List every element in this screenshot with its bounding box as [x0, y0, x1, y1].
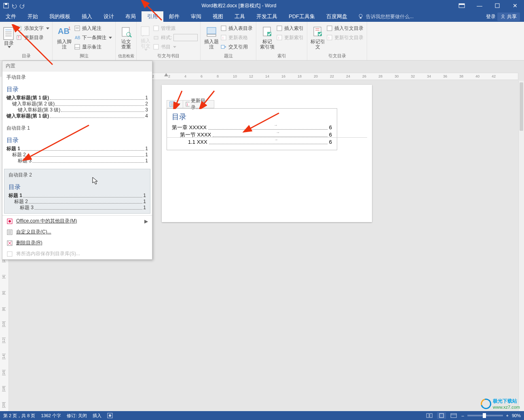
smart-lookup-button[interactable]: 论文 查重 — [118, 23, 134, 52]
insert-auth-toc-button[interactable]: 插入引文目录 — [325, 24, 364, 32]
tell-me-box[interactable]: 告诉我您想要做什么... — [353, 11, 486, 22]
update-toc-icon: ! — [16, 34, 23, 41]
vruler-tick: |6| — [2, 291, 6, 295]
document-page: ! 更新目录... 目录 第一章 XXXXX→6第一节 XXXX→61.1 XX… — [162, 85, 372, 222]
remove-toc[interactable]: 删除目录(R) — [2, 237, 152, 248]
svg-rect-6 — [360, 17, 361, 19]
toc-preview-line: 标题 11 — [6, 146, 148, 152]
undo-icon[interactable] — [11, 3, 17, 8]
toc-option-auto2[interactable]: 自动目录 2 目录 标题 11标题 21标题 31 — [4, 169, 150, 214]
mark-citation-button[interactable]: 标记引文 — [310, 23, 325, 52]
toc-preview-line: 键入章标题(第 3 级)3 — [6, 107, 148, 113]
svg-text:!: ! — [278, 36, 279, 40]
view-web-button[interactable] — [449, 412, 458, 419]
share-button[interactable]: 共享 — [497, 13, 520, 21]
tab-邮件[interactable]: 邮件 — [163, 11, 185, 22]
sources-icon — [153, 25, 159, 32]
svg-rect-44 — [318, 32, 322, 36]
ruler-tick: 36 — [443, 74, 447, 78]
toc-preview-line: 键入章标题(第 2 级)2 — [6, 101, 148, 107]
save-icon[interactable] — [3, 3, 9, 8]
zoom-handle[interactable] — [483, 413, 486, 418]
status-insert[interactable]: 插入 — [93, 413, 101, 419]
status-page[interactable]: 第 2 页，共 8 页 — [3, 413, 35, 419]
view-print-button[interactable] — [437, 412, 446, 419]
update-auth-toc-button[interactable]: ! 更新引文目录 — [325, 34, 364, 42]
insert-footnote-button[interactable]: AB1 插入脚注 — [55, 23, 73, 52]
maximize-button[interactable] — [488, 0, 506, 11]
tab-视图[interactable]: 视图 — [207, 11, 229, 22]
insert-index-button[interactable]: 插入索引 — [275, 24, 304, 32]
next-footnote-button[interactable]: AB 下一条脚注 — [73, 34, 113, 42]
group-label-toc: 目录 — [0, 52, 52, 60]
more-office-toc[interactable]: Office.com 中的其他目录(M) ▶ — [2, 216, 152, 227]
toc-option-auto1[interactable]: 自动目录 1 目录 标题 11标题 21标题 31 — [2, 122, 152, 167]
toc-preview-line: 标题 31 — [8, 205, 146, 211]
vertical-scrollbar[interactable] — [518, 81, 524, 411]
ribbon-options-icon[interactable] — [453, 0, 471, 11]
show-notes-button[interactable]: 显示备注 — [73, 43, 113, 51]
toc-layout-button[interactable] — [167, 101, 183, 108]
insert-citation-button[interactable]: 插入引文 — [139, 23, 152, 52]
tab-引用[interactable]: 引用 — [142, 11, 163, 22]
doc-toc-row[interactable]: 1.1 XXX→6 — [172, 139, 332, 146]
doc-toc-row[interactable]: 第一章 XXXXX→6 — [172, 124, 332, 131]
tab-布局[interactable]: 布局 — [120, 11, 142, 22]
view-read-button[interactable] — [425, 412, 434, 419]
macro-record-icon[interactable] — [107, 413, 113, 418]
toc-layout-icon — [169, 101, 175, 107]
tab-PDF工具集[interactable]: PDF工具集 — [283, 11, 321, 22]
login-link[interactable]: 登录 — [486, 13, 496, 20]
vruler-tick: |10| — [2, 321, 6, 327]
save-gallery-icon — [6, 251, 13, 257]
tell-me-placeholder: 告诉我您想要做什么... — [366, 13, 414, 20]
mark-entry-button[interactable]: 标记 索引项 — [259, 23, 275, 52]
manage-sources-button[interactable]: 管理源 — [152, 24, 199, 32]
zoom-in-button[interactable]: + — [506, 413, 509, 418]
zoom-level[interactable]: 90% — [512, 413, 521, 418]
svg-text:1: 1 — [68, 26, 71, 31]
tab-工具[interactable]: 工具 — [229, 11, 251, 22]
toc-update-button[interactable]: ! 更新目录... — [183, 101, 214, 108]
insert-fig-toc-button[interactable]: 插入表目录 — [220, 24, 254, 32]
mark-citation-icon — [311, 25, 324, 38]
custom-toc[interactable]: 自定义目录(C)... — [2, 227, 152, 237]
toc-content-box[interactable]: 目录 第一章 XXXXX→6第一节 XXXX→61.1 XXX→6 — [167, 108, 337, 150]
bibliography-button[interactable]: 书目 — [152, 43, 199, 51]
tab-设计[interactable]: 设计 — [98, 11, 120, 22]
close-button[interactable]: ✕ — [506, 0, 524, 11]
insert-caption-button[interactable]: 插入题注 — [203, 23, 220, 52]
tab-开发工具[interactable]: 开发工具 — [251, 11, 283, 22]
add-text-button[interactable]: + 添加文字 — [15, 24, 50, 32]
scrollbar-thumb[interactable] — [520, 82, 523, 131]
zoom-slider[interactable] — [467, 415, 503, 416]
update-toc-button[interactable]: ! 更新目录 — [15, 34, 50, 42]
tab-插入[interactable]: 插入 — [76, 11, 98, 22]
tab-我的模板[interactable]: 我的模板 — [44, 11, 76, 22]
update-index-button[interactable]: ! 更新索引 — [275, 34, 304, 42]
status-track[interactable]: 修订: 关闭 — [67, 413, 87, 419]
tab-审阅[interactable]: 审阅 — [185, 11, 207, 22]
cross-ref-button[interactable]: 交叉引用 — [220, 43, 254, 51]
ruler-tick: 42 — [492, 74, 496, 78]
horizontal-ruler[interactable]: 224681012141618202224262830323436384042 — [152, 73, 518, 80]
chevron-right-icon: ▶ — [144, 218, 148, 224]
minimize-button[interactable]: — — [471, 0, 488, 11]
vruler-tick: |20| — [2, 402, 6, 408]
svg-rect-8 — [4, 27, 13, 40]
update-table-button[interactable]: ! 更新表格 — [220, 34, 254, 42]
insert-endnote-button[interactable]: 插入尾注 — [73, 24, 113, 32]
toc-button[interactable]: 目录 — [2, 23, 15, 52]
tab-开始[interactable]: 开始 — [22, 11, 44, 22]
redo-icon[interactable] — [19, 3, 25, 8]
indent-marker-icon[interactable] — [164, 73, 168, 76]
svg-rect-29 — [154, 26, 158, 31]
tab-文件[interactable]: 文件 — [0, 11, 22, 22]
style-select[interactable] — [173, 34, 198, 41]
zoom-out-button[interactable]: – — [461, 413, 464, 418]
toc-option-manual[interactable]: 手动目录 目录 键入章标题(第 1 级)1键入章标题(第 2 级)2键入章标题(… — [2, 71, 152, 122]
status-words[interactable]: 1362 个字 — [41, 413, 61, 419]
tab-百度网盘[interactable]: 百度网盘 — [321, 11, 353, 22]
style-dropdown[interactable]: 样式: — [152, 34, 199, 42]
footnote-icon: AB1 — [58, 25, 71, 38]
